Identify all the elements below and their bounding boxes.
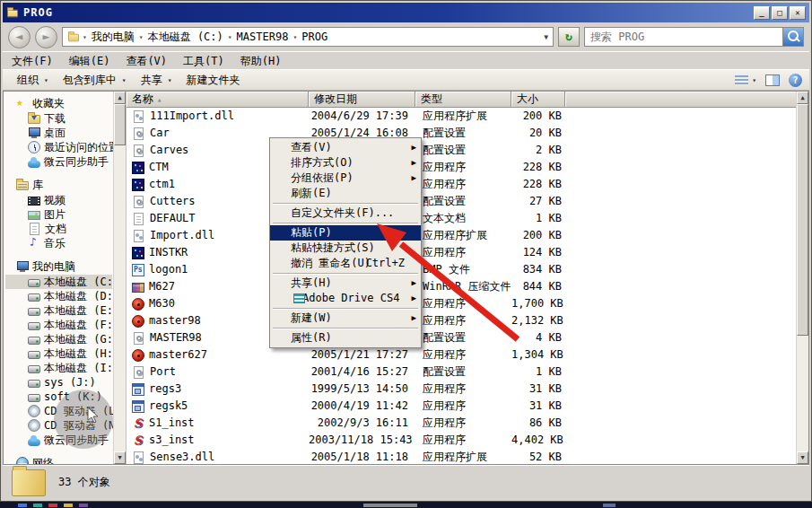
scroll-up-icon[interactable]: ▲: [797, 92, 808, 104]
file-type-icon: [132, 264, 144, 276]
sidebar-item[interactable]: 本地磁盘 (I:): [5, 361, 112, 375]
context-menu-item[interactable]: 共享(H)▶: [270, 276, 421, 291]
sidebar-item[interactable]: 本地磁盘 (C:): [5, 275, 112, 289]
breadcrumb-item[interactable]: 本地磁盘 (C:): [146, 30, 225, 45]
table-row[interactable]: logon1BMP 文件834 KB: [127, 261, 796, 278]
table-row[interactable]: Import.dll应用程序扩展200 KB: [127, 227, 796, 244]
menu-item[interactable]: 编辑(E): [65, 53, 123, 68]
search-input[interactable]: [585, 31, 782, 43]
context-menu-item[interactable]: 属性(R): [270, 330, 421, 346]
breadcrumb-dropdown-icon[interactable]: ▼: [544, 33, 548, 41]
sidebar-item[interactable]: CD 驱动器 (N:): [5, 418, 112, 433]
breadcrumb-item[interactable]: MASTER98: [235, 31, 291, 43]
back-button[interactable]: ◄: [8, 26, 31, 48]
breadcrumb-item[interactable]: PROG: [300, 31, 329, 43]
sidebar-item[interactable]: soft (K:): [5, 390, 112, 404]
sidebar-item[interactable]: 下载: [5, 111, 112, 126]
table-row[interactable]: regs31999/5/13 14:50应用程序31 KB: [127, 381, 796, 398]
menu-item[interactable]: 工具(T): [179, 53, 237, 68]
table-row[interactable]: M627WinRAR 压缩文件844 KB: [127, 278, 796, 295]
context-menu-item[interactable]: 新建(W)▶: [270, 311, 421, 326]
sidebar-item[interactable]: 本地磁盘 (G:): [5, 332, 112, 346]
sidebar-section-header[interactable]: 收藏夹: [5, 95, 112, 111]
list-scrollbar[interactable]: ▲ ▼: [796, 92, 808, 464]
table-row[interactable]: ctm1应用程序228 KB: [127, 176, 796, 193]
sidebar-section-header[interactable]: 我的电脑: [5, 258, 112, 275]
context-menu-item[interactable]: 粘贴快捷方式(S): [270, 241, 421, 256]
table-row[interactable]: regsk52000/4/19 11:42应用程序31 KB: [127, 398, 796, 415]
file-date-cell: 2005/1/21 17:27: [309, 346, 415, 363]
table-row[interactable]: Carves配置设置2 KB: [127, 142, 796, 159]
table-row[interactable]: Sense3.dll2005/1/18 11:18应用程序扩展52 KB: [127, 449, 796, 464]
scroll-up-icon[interactable]: ▲: [114, 92, 126, 104]
sidebar-item[interactable]: 本地磁盘 (D:): [5, 289, 112, 303]
table-row[interactable]: Cutters配置设置27 KB: [127, 193, 796, 210]
sidebar-item[interactable]: 最近访问的位置: [5, 140, 112, 154]
context-menu-item[interactable]: 撤消 重命名(U)Ctrl+Z: [270, 256, 421, 271]
column-header[interactable]: 类型: [415, 92, 511, 108]
scroll-down-icon[interactable]: ▼: [797, 451, 808, 464]
list-scroll-thumb[interactable]: [797, 104, 808, 336]
table-row[interactable]: CTM应用程序228 KB: [127, 159, 796, 176]
maximize-button[interactable]: □: [772, 6, 788, 20]
tree-scroll-thumb[interactable]: [114, 104, 126, 145]
search-icon[interactable]: [782, 28, 803, 46]
scroll-down-icon[interactable]: ▼: [114, 451, 126, 464]
change-view-button[interactable]: ▾: [735, 75, 756, 85]
table-row[interactable]: master98应用程序2,132 KB: [127, 312, 796, 329]
sidebar-item[interactable]: 音乐: [5, 236, 112, 250]
sidebar-item[interactable]: 图片: [5, 207, 112, 222]
sidebar-item[interactable]: 本地磁盘 (H:): [5, 346, 112, 361]
table-row[interactable]: INSTKR应用程序124 KB: [127, 244, 796, 261]
menu-item[interactable]: 文件(F): [8, 53, 65, 68]
sidebar-item[interactable]: 微云同步助手: [5, 154, 112, 169]
column-header[interactable]: 修改日期: [309, 92, 415, 108]
help-button[interactable]: ?: [789, 74, 802, 87]
table-row[interactable]: s3_inst2003/11/18 15:43应用程序4,402 KB: [127, 432, 796, 449]
sidebar-item[interactable]: 微云同步助手: [5, 433, 112, 447]
sidebar-section-header[interactable]: 网络: [5, 455, 112, 464]
menu-shortcut: Ctrl+Z: [366, 256, 405, 271]
toolbar-button[interactable]: 新建文件夹: [179, 71, 247, 90]
toolbar-button[interactable]: 共享▾: [134, 71, 179, 90]
sidebar-section-header[interactable]: 库: [5, 177, 112, 193]
sidebar-item[interactable]: 本地磁盘 (F:): [5, 318, 112, 332]
tree-scrollbar[interactable]: ▲ ▼: [113, 92, 126, 464]
table-row[interactable]: Port2001/4/16 15:27配置设置1 KB: [127, 363, 796, 381]
context-menu-item[interactable]: Adobe Drive CS4▶: [270, 291, 421, 306]
column-header[interactable]: 大小: [511, 92, 565, 108]
sidebar-item[interactable]: 本地磁盘 (E:): [5, 303, 112, 318]
refresh-button[interactable]: ↻: [558, 27, 580, 47]
context-menu-item[interactable]: 粘贴(P): [270, 225, 421, 241]
toolbar-button[interactable]: 包含到库中▾: [56, 71, 134, 90]
close-button[interactable]: ✕: [790, 6, 806, 20]
table-row[interactable]: M630应用程序1,700 KB: [127, 295, 796, 312]
table-row[interactable]: DEFAULT文本文档1 KB: [127, 210, 796, 227]
context-menu-item[interactable]: 刷新(E): [270, 186, 421, 201]
table-row[interactable]: MASTER98配置设置4 KB: [127, 329, 796, 346]
table-row[interactable]: 111Import.dll2004/6/29 17:39应用程序扩展200 KB: [127, 108, 796, 125]
sidebar-item[interactable]: 桌面: [5, 126, 112, 140]
context-menu-item[interactable]: 自定义文件夹(F)...: [270, 206, 421, 221]
file-size-cell: 2 KB: [511, 142, 565, 159]
table-row[interactable]: S1_inst2002/9/3 16:11应用程序86 KB: [127, 415, 796, 432]
breadcrumb-item[interactable]: 我的电脑: [90, 30, 136, 45]
sidebar-item-label: 微云同步助手: [44, 154, 109, 170]
table-row[interactable]: master6272005/1/21 17:27应用程序1,304 KB: [127, 346, 796, 363]
context-menu-item[interactable]: 查看(V)▶: [270, 140, 421, 155]
sidebar-item[interactable]: sys (J:): [5, 375, 112, 390]
column-header[interactable]: 名称▴: [127, 92, 309, 108]
breadcrumb[interactable]: ▾我的电脑▾本地磁盘 (C:)▾MASTER98▾PROG ▼: [62, 27, 554, 47]
sidebar-item[interactable]: 文档: [5, 222, 112, 236]
menu-item[interactable]: 查看(V): [122, 53, 179, 68]
preview-pane-button[interactable]: [765, 74, 780, 86]
forward-button[interactable]: ►: [35, 26, 57, 48]
minimize-button[interactable]: _: [754, 6, 770, 20]
context-menu-item[interactable]: 排序方式(O)▶: [270, 155, 421, 171]
sidebar-item[interactable]: 视频: [5, 193, 112, 207]
menu-item[interactable]: 帮助(H): [237, 53, 294, 68]
toolbar-button[interactable]: 组织▾: [10, 71, 56, 90]
context-menu-item[interactable]: 分组依据(P)▶: [270, 171, 421, 186]
sidebar-item[interactable]: CD 驱动器 (L:): [5, 404, 112, 418]
table-row[interactable]: Car2005/1/24 16:08配置设置20 KB: [127, 125, 796, 142]
